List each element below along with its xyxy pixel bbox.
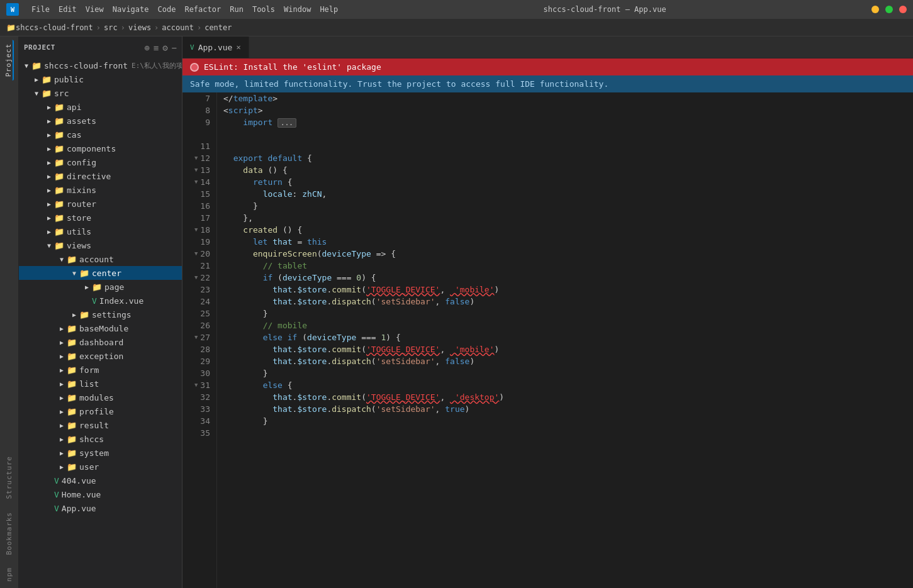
breadcrumb-item-3[interactable]: account — [162, 23, 194, 32]
item-label: 404.vue — [62, 476, 96, 485]
sidebar-item-form[interactable]: ▶ 📁 form — [19, 363, 182, 377]
sidebar-collapse-icon[interactable]: ≡ — [154, 43, 159, 53]
menu-refactor[interactable]: Refactor — [184, 5, 221, 14]
item-label: App.vue — [62, 504, 96, 513]
folder-icon: 📁 — [54, 144, 64, 153]
menu-code[interactable]: Code — [158, 5, 176, 14]
sidebar-add-icon[interactable]: ⊕ — [144, 43, 149, 53]
activity-bookmarks[interactable]: Bookmarks — [5, 508, 13, 559]
folder-icon: 📁 — [42, 75, 52, 84]
sidebar-item-account[interactable]: ▼ 📁 account — [19, 252, 182, 266]
item-label: modules — [79, 393, 114, 402]
menu-tools[interactable]: Tools — [252, 5, 275, 14]
sidebar-item-store[interactable]: ▶ 📁 store — [19, 211, 182, 225]
tab-close-button[interactable]: ✕ — [236, 43, 240, 52]
folder-icon: 📁 — [54, 199, 64, 209]
menu-file[interactable]: File — [31, 5, 50, 14]
line-num-8: 8 — [182, 104, 216, 116]
sidebar-item-views[interactable]: ▼ 📁 views — [19, 238, 182, 252]
menu-window[interactable]: Window — [284, 5, 311, 14]
sidebar: Project ⊕ ≡ ⚙ − ▼ 📁 shccs-cloud-front E:… — [19, 36, 182, 588]
sidebar-item-basemodule[interactable]: ▶ 📁 baseModule — [19, 321, 182, 335]
chevron-icon: ▶ — [31, 76, 42, 83]
maximize-button[interactable] — [885, 6, 893, 13]
breadcrumb-item-1[interactable]: src — [104, 23, 118, 32]
sidebar-item-indexvue[interactable]: ▶ V Index.vue — [19, 294, 182, 308]
chevron-icon: ▶ — [57, 353, 67, 360]
sidebar-item-list[interactable]: ▶ 📁 list — [19, 377, 182, 391]
line-num-18: ▼18 — [182, 224, 216, 236]
breadcrumb-item-4[interactable]: center — [204, 23, 232, 32]
sidebar-item-shccs[interactable]: ▶ 📁 shccs — [19, 432, 182, 446]
tab-appvue[interactable]: V App.vue ✕ — [182, 36, 249, 58]
sidebar-item-404vue[interactable]: ▶ V 404.vue — [19, 474, 182, 487]
folder-icon: 📁 — [67, 379, 77, 389]
menu-navigate[interactable]: Navigate — [113, 5, 149, 14]
sidebar-item-public[interactable]: ▶ 📁 public — [19, 72, 182, 86]
activity-project[interactable]: Project — [4, 40, 14, 80]
window-title: shccs-cloud-front — App.vue — [350, 5, 859, 14]
breadcrumb-item-0[interactable]: shccs-cloud-front — [16, 23, 93, 32]
sidebar-item-modules[interactable]: ▶ 📁 modules — [19, 391, 182, 404]
sidebar-item-page[interactable]: ▶ 📁 page — [19, 280, 182, 294]
chevron-icon: ▶ — [57, 367, 67, 374]
sidebar-item-config[interactable]: ▶ 📁 config — [19, 155, 182, 169]
folder-icon: 📁 — [67, 365, 77, 375]
menu-help[interactable]: Help — [320, 5, 338, 14]
sidebar-item-router[interactable]: ▶ 📁 router — [19, 197, 182, 211]
sidebar-item-appvue[interactable]: ▶ V App.vue — [19, 501, 182, 515]
editor-content[interactable]: 7 8 9 11 ▼12 ▼13 ▼14 15 16 17 ▼18 19 ▼20… — [182, 92, 913, 588]
vue-file-icon: V — [54, 476, 59, 485]
code-line-35 — [223, 427, 913, 439]
tree-root[interactable]: ▼ 📁 shccs-cloud-front E:\私人\我的项目\vue+spr… — [19, 58, 182, 72]
minimize-button[interactable] — [871, 6, 879, 13]
sidebar-item-center[interactable]: ▼ 📁 center — [19, 266, 182, 280]
sidebar-item-profile[interactable]: ▶ 📁 profile — [19, 404, 182, 418]
code-area[interactable]: </template> <script> import ... export d… — [217, 92, 913, 588]
vue-tab-icon: V — [190, 43, 194, 52]
sidebar-settings-icon[interactable]: ⚙ — [162, 43, 167, 53]
sidebar-item-api[interactable]: ▶ 📁 api — [19, 100, 182, 114]
item-label: mixins — [67, 186, 96, 195]
sidebar-header-icons: ⊕ ≡ ⚙ − — [144, 43, 177, 53]
sidebar-item-user[interactable]: ▶ 📁 user — [19, 460, 182, 474]
chevron-icon: ▶ — [44, 201, 54, 208]
sidebar-item-homevue[interactable]: ▶ V Home.vue — [19, 487, 182, 501]
folder-icon: 📁 — [67, 352, 77, 361]
sidebar-item-result[interactable]: ▶ 📁 result — [19, 418, 182, 432]
sidebar-item-assets[interactable]: ▶ 📁 assets — [19, 114, 182, 128]
breadcrumb-item-2[interactable]: views — [128, 23, 151, 32]
menu-run[interactable]: Run — [230, 5, 244, 14]
item-label: user — [79, 462, 99, 472]
sidebar-item-exception[interactable]: ▶ 📁 exception — [19, 349, 182, 363]
code-line-25: } — [223, 308, 913, 319]
sidebar-item-mixins[interactable]: ▶ 📁 mixins — [19, 183, 182, 197]
sidebar-item-settings[interactable]: ▶ 📁 settings — [19, 308, 182, 321]
folder-icon: 📁 — [54, 103, 64, 112]
menu-view[interactable]: View — [86, 5, 104, 14]
folder-icon: 📁 — [54, 172, 64, 181]
safe-mode-banner: Safe mode, limited functionality. Trust … — [182, 75, 913, 92]
activity-structure[interactable]: Structure — [5, 452, 13, 503]
sidebar-item-directive[interactable]: ▶ 📁 directive — [19, 169, 182, 183]
close-button[interactable] — [899, 6, 907, 13]
root-path: E:\私人\我的项目\vue+spring-cloud脚手架 — [132, 61, 182, 70]
sidebar-item-utils[interactable]: ▶ 📁 utils — [19, 225, 182, 238]
code-line-32: that.$store.commit('TOGGLE_DEVICE', 'des… — [223, 391, 913, 403]
sidebar-item-dashboard[interactable]: ▶ 📁 dashboard — [19, 335, 182, 349]
menu-edit[interactable]: Edit — [59, 5, 77, 14]
app-icon: W — [6, 3, 19, 16]
activity-npm[interactable]: npm — [5, 563, 13, 585]
line-num-16: 16 — [182, 200, 216, 212]
item-label: result — [79, 421, 109, 430]
item-label: Index.vue — [99, 296, 143, 306]
sidebar-item-cas[interactable]: ▶ 📁 cas — [19, 128, 182, 141]
sidebar-item-components[interactable]: ▶ 📁 components — [19, 141, 182, 155]
sidebar-item-system[interactable]: ▶ 📁 system — [19, 446, 182, 460]
code-line-9: import ... — [223, 116, 913, 128]
folder-icon: 📁 — [54, 227, 64, 236]
sidebar-minimize-icon[interactable]: − — [172, 43, 177, 53]
titlebar: W File Edit View Navigate Code Refactor … — [0, 0, 913, 19]
sidebar-item-src[interactable]: ▼ 📁 src — [19, 86, 182, 100]
line-num-35: 35 — [182, 427, 216, 439]
